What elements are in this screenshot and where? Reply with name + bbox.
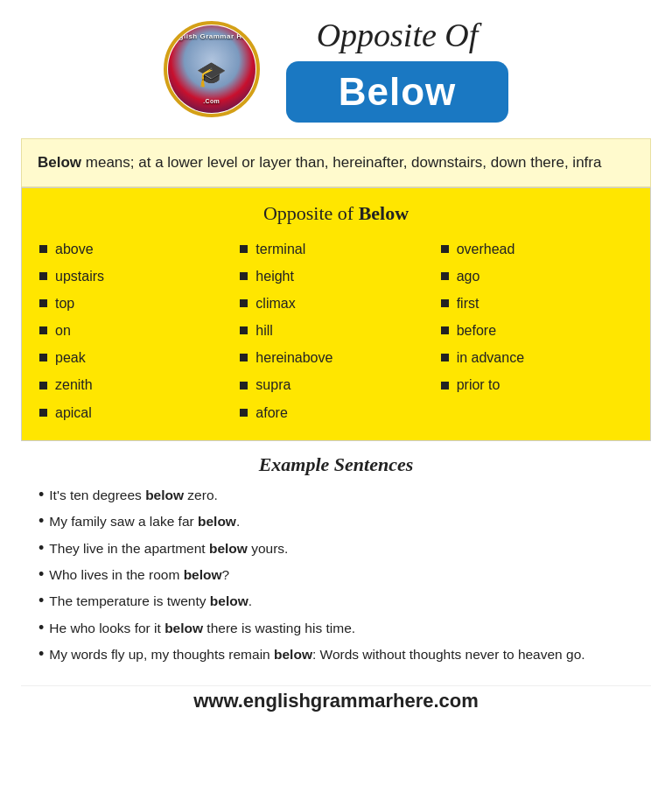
list-item: before: [441, 319, 633, 342]
words-col-1: above upstairs top on peak zenith apical: [39, 237, 231, 425]
word-label: above: [55, 237, 94, 261]
list-item: on: [39, 319, 231, 342]
opposites-title-word: Below: [359, 202, 409, 224]
sentence-list: • It's ten degrees below zero. • My fami…: [30, 485, 642, 665]
word-label: afore: [256, 401, 287, 425]
list-item: hill: [240, 319, 431, 342]
header-area: English Grammar Here 🎓 .Com Opposite Of …: [21, 16, 651, 123]
list-item: zenith: [39, 373, 231, 396]
logo-inner: English Grammar Here 🎓 .Com: [168, 25, 256, 113]
sentence-item: • He who looks for it below there is was…: [38, 618, 642, 638]
bullet-icon: •: [38, 485, 44, 505]
bullet-icon: [240, 299, 248, 307]
word-label: height: [256, 264, 294, 288]
list-item: hereinabove: [240, 346, 431, 369]
bullet-icon: [441, 245, 449, 253]
examples-section: Example Sentences • It's ten degrees bel…: [21, 441, 651, 678]
list-item: supra: [240, 373, 431, 396]
bullet-icon: [39, 299, 47, 307]
bullet-icon: [39, 382, 47, 389]
bullet-icon: •: [38, 618, 44, 638]
bullet-icon: [240, 409, 248, 417]
logo-text-top: English Grammar Here: [168, 32, 256, 40]
logo-hat-icon: 🎓: [196, 60, 227, 88]
sentence-text: They live in the apartment below yours.: [49, 538, 288, 558]
definition-text: means; at a lower level or layer than, h…: [81, 154, 601, 171]
word-label: terminal: [256, 237, 305, 261]
bullet-icon: •: [38, 511, 44, 531]
word-label: hill: [256, 319, 273, 342]
opposites-title: Opposite of Below: [39, 202, 633, 225]
bullet-icon: [240, 382, 248, 389]
word-label: top: [55, 291, 74, 315]
list-item: height: [240, 264, 431, 288]
footer: www.englishgrammarhere.com: [21, 685, 651, 712]
words-grid: above upstairs top on peak zenith apical…: [39, 237, 633, 425]
sentence-text: My words fly up, my thoughts remain belo…: [49, 644, 584, 664]
bullet-icon: [39, 272, 47, 280]
bullet-icon: [240, 272, 248, 280]
definition-word: Below: [38, 154, 81, 171]
word-label: prior to: [457, 373, 500, 396]
bullet-icon: [240, 245, 248, 253]
list-item: top: [39, 291, 231, 315]
sentence-item: • It's ten degrees below zero.: [38, 485, 642, 505]
page-title: Opposite Of: [317, 16, 479, 54]
list-item: upstairs: [39, 264, 231, 288]
list-item: prior to: [441, 373, 633, 396]
words-col-3: overhead ago first before in advance pri…: [441, 237, 633, 425]
list-item: overhead: [441, 237, 633, 261]
word-label: peak: [55, 346, 86, 369]
bullet-icon: [39, 354, 47, 361]
words-col-2: terminal height climax hill hereinabove …: [240, 237, 431, 425]
opposites-section: Opposite of Below above upstairs top on …: [21, 187, 651, 441]
footer-url: www.englishgrammarhere.com: [193, 690, 479, 712]
sentence-item: • My words fly up, my thoughts remain be…: [38, 644, 642, 664]
main-word-badge: Below: [286, 61, 509, 123]
word-label: supra: [256, 373, 290, 396]
word-label: upstairs: [55, 264, 104, 288]
sentence-item: • They live in the apartment below yours…: [38, 538, 642, 558]
sentence-item: • Who lives in the room below?: [38, 565, 642, 585]
word-label: in advance: [457, 346, 524, 369]
list-item: in advance: [441, 346, 633, 369]
word-label: zenith: [55, 373, 93, 396]
bullet-icon: [39, 409, 47, 417]
word-label: climax: [256, 291, 295, 315]
bullet-icon: [240, 354, 248, 361]
bullet-icon: [441, 272, 449, 280]
bullet-icon: •: [38, 591, 44, 611]
list-item: above: [39, 237, 231, 261]
list-item: afore: [240, 401, 431, 425]
list-item: climax: [240, 291, 431, 315]
bullet-icon: [240, 326, 248, 334]
list-item: apical: [39, 401, 231, 425]
sentence-text: He who looks for it below there is wasti…: [49, 618, 355, 638]
bullet-icon: •: [38, 538, 44, 558]
list-item: first: [441, 291, 633, 315]
logo-text-bottom: .Com: [168, 98, 256, 104]
examples-title: Example Sentences: [30, 453, 642, 476]
word-label: first: [457, 291, 480, 315]
bullet-icon: [441, 299, 449, 307]
list-item: peak: [39, 346, 231, 369]
word-label: overhead: [457, 237, 515, 261]
bullet-icon: •: [38, 565, 44, 585]
sentence-text: The temperature is twenty below.: [49, 591, 252, 611]
bullet-icon: [441, 326, 449, 334]
sentence-text: My family saw a lake far below.: [49, 511, 240, 531]
word-label: apical: [55, 401, 92, 425]
sentence-text: Who lives in the room below?: [49, 565, 229, 585]
list-item: terminal: [240, 237, 431, 261]
logo-circle: English Grammar Here 🎓 .Com: [164, 21, 260, 117]
word-label: on: [55, 319, 71, 342]
word-label: hereinabove: [256, 346, 332, 369]
bullet-icon: [39, 326, 47, 334]
bullet-icon: •: [38, 644, 44, 664]
word-label: ago: [457, 264, 480, 288]
bullet-icon: [441, 382, 449, 389]
sentence-item: • The temperature is twenty below.: [38, 591, 642, 611]
bullet-icon: [441, 354, 449, 361]
sentence-text: It's ten degrees below zero.: [49, 485, 218, 505]
list-item: ago: [441, 264, 633, 288]
